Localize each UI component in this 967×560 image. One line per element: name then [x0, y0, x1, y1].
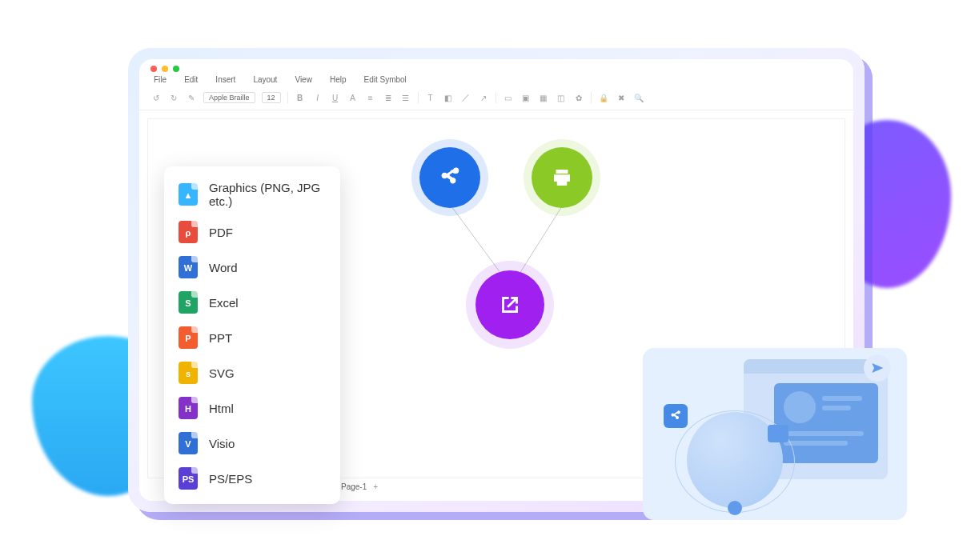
file-type-icon: S — [179, 291, 198, 314]
table-icon[interactable]: ▦ — [538, 94, 549, 102]
export-option[interactable]: PSPS/EPS — [164, 461, 340, 496]
menu-edit[interactable]: Edit — [184, 75, 198, 84]
search-icon[interactable]: 🔍 — [633, 94, 644, 102]
export-option[interactable]: VVisio — [164, 426, 340, 461]
line-spacing-icon[interactable]: ≣ — [383, 94, 394, 102]
print-node[interactable] — [532, 147, 592, 208]
export-option-label: Visio — [209, 437, 235, 450]
menu-layout[interactable]: Layout — [253, 75, 277, 84]
page-tab[interactable]: Page-1 — [341, 482, 367, 491]
export-option[interactable]: PPPT — [164, 320, 340, 355]
file-type-icon: H — [179, 397, 198, 419]
menu-view[interactable]: View — [295, 75, 312, 84]
chart-icon[interactable]: ◫ — [556, 94, 567, 102]
line-tool-icon[interactable]: ／ — [460, 92, 471, 103]
underline-icon[interactable]: U — [330, 94, 341, 102]
page-tabs: Page-1 + — [341, 482, 378, 491]
toolbar: ↺ ↻ ✎ Apple Braille 12 B I U A ≡ ≣ ☰ T ◧… — [139, 89, 853, 110]
lock-icon[interactable]: 🔒 — [598, 94, 609, 102]
format-painter-icon[interactable]: ✎ — [186, 94, 197, 102]
export-option-label: PS/EPS — [209, 472, 252, 486]
menu-insert[interactable]: Insert — [215, 75, 235, 84]
toolbar-divider — [287, 92, 288, 103]
toolbar-divider — [496, 92, 496, 103]
file-type-icon: ρ — [179, 221, 198, 243]
italic-icon[interactable]: I — [312, 94, 323, 102]
export-node[interactable] — [475, 270, 544, 339]
menubar: File Edit Insert Layout View Help Edit S… — [139, 74, 853, 89]
maximize-dot[interactable] — [173, 66, 179, 72]
font-family-select[interactable]: Apple Braille — [203, 92, 255, 103]
file-type-icon: W — [179, 256, 198, 278]
export-format-menu: ▲Graphics (PNG, JPG etc.)ρPDFWWordSExcel… — [164, 166, 340, 504]
align-icon[interactable]: ≡ — [365, 94, 376, 102]
send-icon — [864, 354, 891, 382]
file-type-icon: P — [179, 326, 198, 349]
print-icon — [550, 166, 574, 190]
shape-icon[interactable]: ▭ — [503, 94, 514, 102]
text-tool-icon[interactable]: T — [425, 94, 436, 102]
image-icon[interactable]: ▣ — [520, 94, 532, 102]
toolbar-divider — [418, 92, 419, 103]
close-dot[interactable] — [150, 66, 157, 72]
fill-icon[interactable]: ◧ — [443, 94, 454, 102]
undo-icon[interactable]: ↺ — [150, 94, 162, 102]
share-illustration — [643, 348, 907, 520]
file-type-icon: V — [179, 432, 198, 454]
file-type-icon: PS — [179, 467, 198, 490]
file-type-icon: ▲ — [179, 183, 198, 206]
redo-icon[interactable]: ↻ — [168, 94, 179, 102]
export-option-label: Word — [209, 261, 238, 274]
export-option[interactable]: HHtml — [164, 390, 340, 426]
export-option-label: PDF — [209, 226, 233, 239]
file-type-icon: s — [179, 362, 198, 384]
clipart-icon[interactable]: ✿ — [573, 94, 584, 102]
share-badge-icon — [664, 404, 688, 428]
export-option[interactable]: ▲Graphics (PNG, JPG etc.) — [164, 174, 340, 214]
export-option[interactable]: SExcel — [164, 285, 340, 320]
export-option-label: Excel — [209, 296, 239, 310]
chat-bubble-icon — [768, 425, 788, 442]
font-color-icon[interactable]: A — [347, 94, 359, 102]
bullets-icon[interactable]: ☰ — [400, 94, 411, 102]
menu-file[interactable]: File — [154, 75, 167, 84]
export-icon — [496, 291, 524, 318]
export-option-label: PPT — [209, 331, 232, 345]
share-node[interactable] — [419, 147, 480, 208]
export-option-label: SVG — [209, 366, 235, 380]
export-option[interactable]: sSVG — [164, 355, 340, 390]
connector-icon[interactable]: ↗ — [478, 94, 489, 102]
toolbar-divider — [591, 92, 592, 103]
menu-help[interactable]: Help — [330, 75, 347, 84]
export-option[interactable]: WWord — [164, 250, 340, 285]
settings-icon[interactable]: ✖ — [616, 94, 627, 102]
menu-edit-symbol[interactable]: Edit Symbol — [363, 75, 406, 84]
minimize-dot[interactable] — [162, 66, 168, 72]
share-icon — [438, 166, 462, 190]
font-size-select[interactable]: 12 — [262, 92, 281, 103]
bold-icon[interactable]: B — [295, 94, 306, 102]
user-pin-icon — [728, 501, 742, 515]
add-page-button[interactable]: + — [373, 482, 378, 491]
window-controls — [139, 59, 853, 74]
export-option-label: Html — [209, 402, 234, 415]
export-option[interactable]: ρPDF — [164, 214, 340, 250]
export-option-label: Graphics (PNG, JPG etc.) — [209, 181, 326, 208]
